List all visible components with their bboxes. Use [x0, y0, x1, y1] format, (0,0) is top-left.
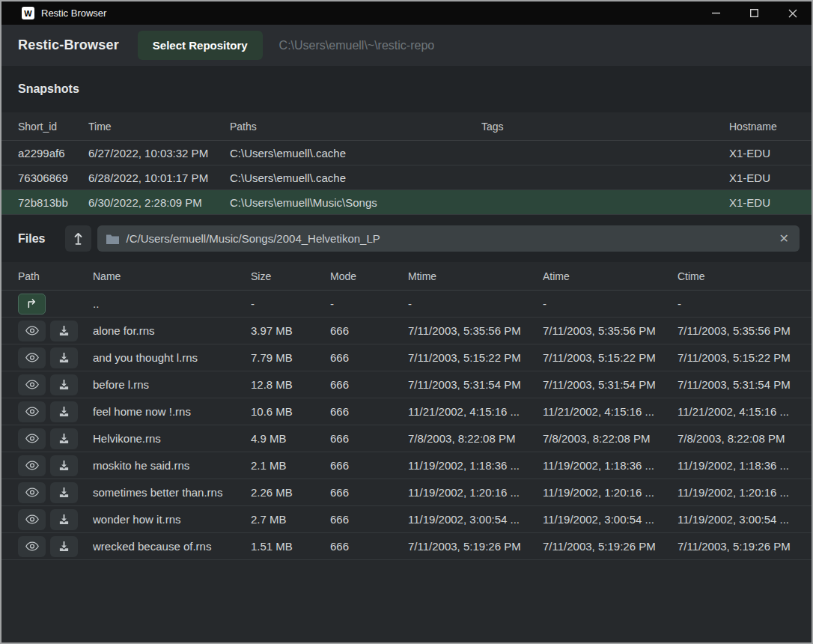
- download-file-button[interactable]: [50, 428, 78, 449]
- file-name: feel home now !.rns: [93, 405, 251, 418]
- download-file-button[interactable]: [50, 509, 78, 530]
- file-ctime: -: [678, 297, 800, 310]
- file-mtime: 7/11/2003, 5:19:26 PM: [408, 540, 543, 553]
- file-name: wonder how it.rns: [93, 513, 251, 526]
- file-size: 2.26 MB: [251, 486, 330, 499]
- preview-file-button[interactable]: [18, 455, 46, 476]
- download-file-button[interactable]: [50, 347, 78, 368]
- file-mode: 666: [330, 513, 408, 526]
- select-repository-button[interactable]: Select Repository: [138, 31, 263, 60]
- preview-file-button[interactable]: [18, 536, 46, 557]
- file-mtime: 7/8/2003, 8:22:08 PM: [408, 432, 543, 445]
- file-ctime: 11/19/2002, 1:18:36 ...: [678, 459, 800, 472]
- file-atime: -: [543, 297, 678, 310]
- file-size: 3.97 MB: [251, 324, 330, 337]
- file-ctime: 11/19/2002, 3:00:54 ...: [678, 513, 800, 526]
- col-name: Name: [93, 270, 251, 282]
- file-path-value: /C/Users/emuell/Music/Songs/2004_Helveti…: [126, 232, 770, 245]
- file-atime: 11/19/2002, 1:20:16 ...: [543, 486, 678, 499]
- snapshot-row[interactable]: a2299af6 6/27/2022, 10:03:32 PM C:\Users…: [1, 141, 812, 165]
- snapshot-hostname: X1-EDU: [729, 147, 800, 160]
- clear-path-button[interactable]: ✕: [778, 231, 791, 246]
- file-size: 2.7 MB: [251, 513, 330, 526]
- file-atime: 11/19/2002, 1:18:36 ...: [543, 459, 678, 472]
- file-mtime: 11/21/2002, 4:15:16 ...: [408, 405, 543, 418]
- file-mode: -: [330, 297, 408, 310]
- file-ctime: 7/8/2003, 8:22:08 PM: [678, 432, 800, 445]
- file-row[interactable]: wrecked because of.rns 1.51 MB 666 7/11/…: [1, 533, 812, 560]
- col-short-id: Short_id: [18, 121, 88, 133]
- eye-icon: [25, 487, 39, 497]
- snapshot-row[interactable]: 76306869 6/28/2022, 10:01:17 PM C:\Users…: [1, 165, 812, 190]
- close-icon: [788, 9, 797, 18]
- file-mode: 666: [330, 432, 408, 445]
- preview-file-button[interactable]: [18, 482, 46, 503]
- eye-icon: [25, 461, 39, 470]
- enter-parent-directory-button[interactable]: [18, 294, 46, 315]
- download-file-button[interactable]: [50, 455, 78, 476]
- snapshot-short-id: 72b813bb: [18, 196, 88, 209]
- download-file-button[interactable]: [50, 374, 78, 395]
- file-row[interactable]: wonder how it.rns 2.7 MB 666 11/19/2002,…: [1, 506, 812, 533]
- app-window: W Restic Browser Restic-Browser Select R…: [0, 0, 813, 644]
- close-button[interactable]: [773, 1, 812, 25]
- file-name: wrecked because of.rns: [93, 540, 251, 553]
- file-size: -: [251, 297, 330, 310]
- download-file-button[interactable]: [50, 321, 78, 341]
- file-mtime: 11/19/2002, 3:00:54 ...: [408, 513, 543, 526]
- minimize-button[interactable]: [697, 1, 735, 25]
- col-paths: Paths: [230, 121, 481, 133]
- eye-icon: [25, 407, 39, 416]
- page-title: Restic-Browser: [18, 37, 119, 53]
- file-size: 7.79 MB: [251, 351, 330, 364]
- file-atime: 7/8/2003, 8:22:08 PM: [543, 432, 678, 445]
- empty-area: [1, 560, 812, 643]
- maximize-button[interactable]: [735, 1, 773, 25]
- snapshot-time: 6/27/2022, 10:03:32 PM: [88, 147, 230, 160]
- download-file-button[interactable]: [50, 401, 78, 422]
- col-atime: Atime: [543, 270, 678, 282]
- snapshot-row[interactable]: 72b813bb 6/30/2022, 2:28:09 PM C:\Users\…: [1, 190, 812, 215]
- snapshot-hostname: X1-EDU: [729, 171, 800, 184]
- app-logo-icon: W: [22, 7, 34, 19]
- col-mode: Mode: [330, 270, 408, 282]
- file-path-input[interactable]: /C/Users/emuell/Music/Songs/2004_Helveti…: [97, 225, 800, 252]
- app-header: Restic-Browser Select Repository C:\User…: [1, 25, 812, 66]
- go-parent-directory-button[interactable]: [65, 225, 91, 252]
- file-atime: 11/21/2002, 4:15:16 ...: [543, 405, 678, 418]
- file-row[interactable]: and you thought l.rns 7.79 MB 666 7/11/2…: [1, 344, 812, 371]
- file-ctime: 7/11/2003, 5:19:26 PM: [678, 540, 800, 553]
- download-file-button[interactable]: [50, 536, 78, 557]
- repository-path-text: C:\Users\emuell\~\restic-repo: [279, 39, 435, 52]
- file-row[interactable]: Helvikone.rns 4.9 MB 666 7/8/2003, 8:22:…: [1, 425, 812, 452]
- preview-file-button[interactable]: [18, 321, 46, 341]
- download-icon: [58, 379, 70, 390]
- file-size: 2.1 MB: [251, 459, 330, 472]
- file-row[interactable]: feel home now !.rns 10.6 MB 666 11/21/20…: [1, 398, 812, 425]
- preview-file-button[interactable]: [18, 509, 46, 530]
- file-row[interactable]: before l.rns 12.8 MB 666 7/11/2003, 5:31…: [1, 371, 812, 398]
- file-mode: 666: [330, 540, 408, 553]
- col-hostname: Hostname: [729, 121, 800, 133]
- file-row[interactable]: alone for.rns 3.97 MB 666 7/11/2003, 5:3…: [1, 318, 812, 344]
- file-row[interactable]: moskito he said.rns 2.1 MB 666 11/19/200…: [1, 452, 812, 479]
- file-mode: 666: [330, 459, 408, 472]
- download-file-button[interactable]: [50, 482, 78, 503]
- file-size: 12.8 MB: [251, 378, 330, 391]
- eye-icon: [25, 514, 39, 524]
- preview-file-button[interactable]: [18, 347, 46, 368]
- file-row[interactable]: sometimes better than.rns 2.26 MB 666 11…: [1, 479, 812, 506]
- eye-icon: [25, 434, 39, 443]
- parent-directory-row[interactable]: .. - - - - -: [1, 291, 812, 318]
- file-atime: 7/11/2003, 5:19:26 PM: [543, 540, 678, 553]
- file-size: 4.9 MB: [251, 432, 330, 445]
- preview-file-button[interactable]: [18, 401, 46, 422]
- files-table-header: Path Name Size Mode Mtime Atime Ctime: [1, 262, 812, 291]
- window-title: Restic Browser: [41, 7, 106, 19]
- download-icon: [58, 541, 70, 552]
- snapshot-hostname: X1-EDU: [729, 196, 800, 209]
- download-icon: [58, 460, 70, 471]
- preview-file-button[interactable]: [18, 428, 46, 449]
- file-ctime: 7/11/2003, 5:31:54 PM: [678, 378, 800, 391]
- preview-file-button[interactable]: [18, 374, 46, 395]
